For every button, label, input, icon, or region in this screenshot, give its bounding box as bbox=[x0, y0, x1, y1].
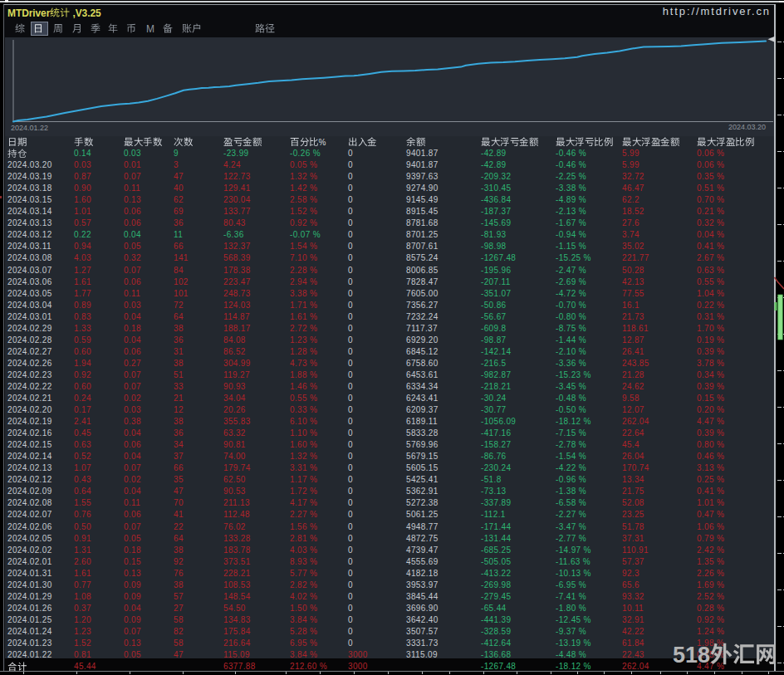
table-row[interactable]: 2024.03.190.870.0747122.731.32 %09397.63… bbox=[5, 171, 775, 183]
table-row[interactable]: 2024.01.300.770.0938108.532.82 %03953.97… bbox=[5, 580, 775, 591]
table-row[interactable]: 2024.01.241.230.0782175.845.28 %03507.57… bbox=[5, 626, 775, 638]
cell: 6.10 % bbox=[290, 416, 317, 428]
cell: 2024.02.23 bbox=[7, 369, 52, 381]
menu-item-3[interactable] bbox=[53, 23, 63, 35]
cell: 32.72 bbox=[622, 171, 644, 183]
table-row[interactable]: 2024.02.060.500.072276.021.56 %04948.77-… bbox=[5, 521, 775, 533]
table-row[interactable]: 2024.01.220.810.0547115.093.84 %30003115… bbox=[5, 649, 775, 661]
menu-item-6[interactable] bbox=[108, 23, 118, 35]
cell: 12.87 bbox=[622, 335, 644, 346]
cell: -6.58 % bbox=[556, 497, 586, 509]
menu-item-9[interactable] bbox=[163, 23, 173, 35]
menu-item-10[interactable] bbox=[182, 23, 202, 35]
menu-item-11[interactable] bbox=[255, 23, 275, 35]
table-row[interactable]: 2024.02.210.240.022134.040.55 %06243.41-… bbox=[5, 393, 775, 404]
table-row[interactable]: 2024.03.200.030.0134.240.05 %09401.87-42… bbox=[5, 159, 775, 171]
table-row[interactable]: 2024.02.270.600.063186.521.28 %06845.12-… bbox=[5, 346, 775, 358]
cell: -0.46 % bbox=[556, 159, 586, 171]
table-row[interactable]: 2024.03.061.610.06102223.472.94 %07828.4… bbox=[5, 276, 775, 288]
table-row[interactable]: 2024.02.230.920.0751119.271.88 %06453.61… bbox=[5, 369, 775, 381]
cell: -9.37 % bbox=[556, 626, 586, 638]
table-row[interactable]: 2024.03.084.030.32141568.397.10 %08575.2… bbox=[5, 252, 775, 264]
menu-item-4[interactable] bbox=[72, 23, 82, 35]
table-row[interactable]: 2024.02.280.590.043684.081.23 %06929.20-… bbox=[5, 335, 775, 346]
table-row[interactable]: 2024.02.200.170.031220.260.33 %06209.37-… bbox=[5, 404, 775, 416]
table-row[interactable]: 2024.02.050.910.0564133.282.81 %04872.75… bbox=[5, 533, 775, 545]
menu-item-8[interactable]: M bbox=[146, 23, 154, 35]
table-row[interactable]: 2024.02.081.550.1170211.134.17 %05272.38… bbox=[5, 497, 775, 509]
cell: 0.07 bbox=[124, 626, 141, 638]
cell: 0.41 % bbox=[697, 486, 724, 497]
cell: -50.86 bbox=[481, 300, 506, 311]
cell: 1.28 % bbox=[290, 346, 317, 358]
cell: 2024.02.01 bbox=[7, 556, 52, 568]
cell: 5.99 bbox=[622, 159, 639, 171]
table-row[interactable]: 2024.02.261.940.2738304.994.73 %06758.60… bbox=[5, 358, 775, 369]
cell: 0 bbox=[348, 416, 353, 428]
cell: -30.77 bbox=[481, 404, 506, 416]
table-row[interactable]: 2024.02.192.410.3838355.836.10 %06189.11… bbox=[5, 416, 775, 428]
table-row[interactable]: 2024.01.311.610.1376228.215.77 %04182.18… bbox=[5, 568, 775, 580]
table-row[interactable]: 2024.03.151.600.1362230.042.58 %09145.49… bbox=[5, 194, 775, 206]
table-row[interactable]: 2024.02.160.450.043663.321.10 %05833.28-… bbox=[5, 428, 775, 439]
table-row[interactable]: 0.140.039-23.99-0.26 %09401.87-42.89-0.4… bbox=[5, 148, 775, 159]
cell: 4.17 % bbox=[290, 497, 317, 509]
cell: 0 bbox=[348, 288, 353, 300]
table-row[interactable]: 2024.03.010.830.0464114.871.61 %07232.24… bbox=[5, 311, 775, 323]
cell: 2.27 % bbox=[290, 509, 317, 521]
cell: 568.39 bbox=[223, 252, 251, 264]
table-row[interactable]: 2024.02.070.760.0641112.482.27 %05061.25… bbox=[5, 509, 775, 521]
table-row[interactable]: 2024.03.141.010.0669133.771.52 %08915.45… bbox=[5, 206, 775, 218]
table-row[interactable]: 2024.02.012.600.1592373.518.93 %04555.69… bbox=[5, 556, 775, 568]
table-row[interactable]: 2024.03.071.270.0784178.382.28 %08006.85… bbox=[5, 265, 775, 276]
cell: 2024.03.19 bbox=[7, 171, 52, 183]
cell: 7117.37 bbox=[406, 323, 438, 335]
table-row[interactable]: 2024.01.291.080.0957148.544.02 %03845.44… bbox=[5, 591, 775, 603]
table-row[interactable]: 2024.03.110.940.0566132.371.54 %08707.61… bbox=[5, 241, 775, 252]
table-row[interactable]: 2024.01.260.370.042754.501.50 %03696.90-… bbox=[5, 603, 775, 614]
table-row[interactable]: 2024.01.231.520.1358216.646.95 %03331.73… bbox=[5, 638, 775, 649]
table-row[interactable]: 2024.02.291.330.1838188.172.72 %07117.37… bbox=[5, 323, 775, 335]
cell: 90.93 bbox=[223, 381, 246, 393]
cell: 0 bbox=[348, 381, 353, 393]
cell: 2024.03.15 bbox=[7, 194, 52, 206]
table-row[interactable]: 2024.02.090.640.044790.531.72 %05362.91-… bbox=[5, 486, 775, 497]
cell: 92.3 bbox=[622, 568, 639, 580]
menu-item-2[interactable] bbox=[33, 23, 43, 35]
cell: 3.74 bbox=[622, 229, 639, 241]
table-row[interactable]: 2024.02.021.310.1838183.784.03 %04739.47… bbox=[5, 545, 775, 556]
cell: 1.52 % bbox=[290, 206, 317, 218]
cell: 0.50 bbox=[74, 521, 91, 533]
table-row[interactable]: 2024.03.120.220.0411-6.36-0.07 %08701.25… bbox=[5, 229, 775, 241]
cell: 1.61 bbox=[74, 276, 91, 288]
cell: 0.81 bbox=[74, 649, 91, 661]
cell: -218.21 bbox=[481, 381, 511, 393]
cell: 0.06 bbox=[124, 218, 141, 229]
cell: 0.04 bbox=[124, 486, 141, 497]
table-row[interactable]: 2024.02.140.520.043774.001.32 %05679.15-… bbox=[5, 451, 775, 462]
chart-start-date-label: 2024.01.22 bbox=[11, 124, 48, 132]
cell: 2.67 % bbox=[697, 252, 724, 264]
table-row[interactable]: 2024.03.040.890.0372124.031.71 %07356.27… bbox=[5, 300, 775, 311]
table-row[interactable]: 2024.01.251.200.0958134.833.84 %03642.40… bbox=[5, 614, 775, 626]
menu-item-5[interactable] bbox=[91, 23, 100, 35]
website-link[interactable]: http://mtdriver.cn bbox=[663, 5, 771, 17]
table-row[interactable]: 2024.03.130.570.063680.430.92 %08781.68-… bbox=[5, 218, 775, 229]
menu-item-7[interactable] bbox=[126, 23, 136, 35]
cell: -1.38 % bbox=[556, 486, 586, 497]
menu-item-1[interactable] bbox=[15, 23, 25, 35]
table-row[interactable]: 2024.02.220.600.073390.931.46 %06334.34-… bbox=[5, 381, 775, 393]
cell: 84.08 bbox=[223, 335, 246, 346]
cell: 0.15 % bbox=[697, 393, 724, 404]
cell: 16.1 bbox=[622, 300, 639, 311]
table-row[interactable]: 2024.03.051.770.11101248.733.38 %07605.0… bbox=[5, 288, 775, 300]
cell: 5833.28 bbox=[406, 428, 439, 439]
cell: % bbox=[290, 136, 326, 148]
table-row[interactable]: 2024.02.120.430.023562.501.17 %05425.41-… bbox=[5, 474, 775, 486]
table-row[interactable]: 2024.03.180.900.1140129.411.42 %09274.90… bbox=[5, 183, 775, 194]
table-row[interactable]: 2024.02.131.070.0766179.743.31 %05605.15… bbox=[5, 462, 775, 474]
cell: 38 bbox=[174, 545, 184, 556]
cell: 5.77 % bbox=[290, 568, 317, 580]
cell: 0.25 % bbox=[697, 474, 724, 486]
table-row[interactable]: 2024.02.150.630.063490.811.60 %05769.96-… bbox=[5, 439, 775, 451]
